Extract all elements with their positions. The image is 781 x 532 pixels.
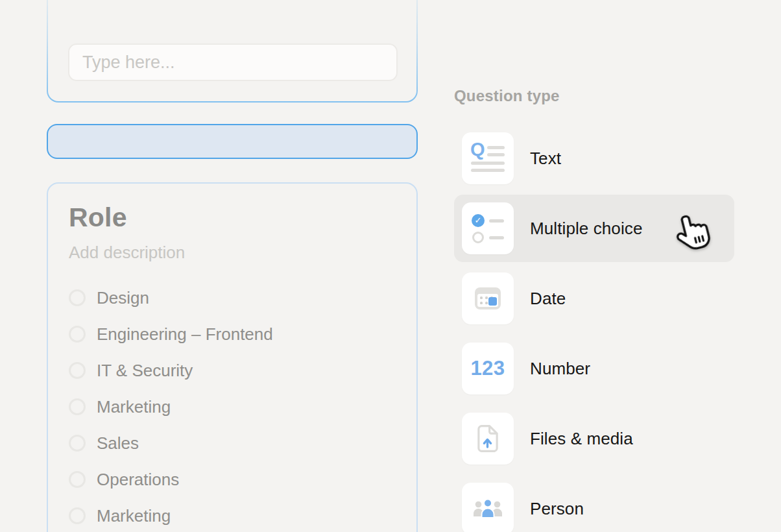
number-icon: 123 bbox=[462, 343, 514, 394]
option-label: Marketing bbox=[97, 506, 171, 526]
selected-empty-block[interactable] bbox=[47, 124, 418, 159]
answer-input[interactable] bbox=[68, 43, 398, 81]
menu-item-label: Number bbox=[530, 359, 590, 379]
radio-icon[interactable] bbox=[69, 362, 86, 379]
option-label: IT & Security bbox=[97, 361, 193, 381]
radio-icon[interactable] bbox=[69, 471, 86, 488]
question-type-menu-title: Question type bbox=[454, 87, 560, 105]
number-123-glyph: 123 bbox=[470, 357, 505, 380]
option-row[interactable]: Design bbox=[69, 280, 396, 316]
check-circle-icon: ✓ bbox=[472, 214, 485, 227]
option-row[interactable]: Marketing bbox=[69, 498, 396, 532]
radio-circle-icon bbox=[472, 232, 484, 243]
option-label: Design bbox=[97, 288, 149, 308]
menu-item-label: Text bbox=[530, 149, 561, 169]
menu-item-date[interactable]: Date bbox=[454, 265, 734, 332]
calendar-day-marker bbox=[488, 297, 497, 306]
menu-item-label: Files & media bbox=[530, 429, 633, 449]
option-row[interactable]: Operations bbox=[69, 461, 396, 498]
menu-item-person[interactable]: Person bbox=[454, 475, 734, 532]
option-row[interactable]: IT & Security bbox=[69, 352, 396, 389]
menu-item-label: Person bbox=[530, 499, 584, 519]
file-upload-icon bbox=[462, 413, 514, 465]
option-label: Marketing bbox=[97, 397, 171, 417]
multiple-choice-question-block[interactable]: Role Add description Design Engineering … bbox=[47, 182, 418, 532]
option-row[interactable]: Marketing bbox=[69, 389, 396, 425]
menu-item-number[interactable]: 123 Number bbox=[454, 335, 734, 402]
option-row[interactable]: Engineering – Frontend bbox=[69, 316, 396, 352]
option-label: Engineering – Frontend bbox=[97, 324, 273, 345]
radio-icon[interactable] bbox=[69, 326, 86, 343]
text-question-icon: Q bbox=[462, 132, 514, 184]
menu-item-multiple-choice[interactable]: ✓ Multiple choice bbox=[454, 195, 734, 262]
radio-icon[interactable] bbox=[69, 398, 86, 415]
radio-icon[interactable] bbox=[69, 435, 86, 452]
options-list: Design Engineering – Frontend IT & Secur… bbox=[69, 280, 396, 532]
radio-icon[interactable] bbox=[69, 289, 86, 306]
menu-item-label: Date bbox=[530, 289, 566, 309]
text-question-block[interactable] bbox=[47, 0, 418, 103]
option-row[interactable]: Sales bbox=[69, 425, 396, 461]
question-description-placeholder[interactable]: Add description bbox=[69, 243, 396, 262]
question-title[interactable]: Role bbox=[69, 202, 396, 232]
menu-item-text[interactable]: Q Text bbox=[454, 125, 734, 192]
person-icon bbox=[462, 483, 514, 532]
form-builder-screen: Role Add description Design Engineering … bbox=[0, 0, 781, 532]
multiple-choice-icon: ✓ bbox=[462, 202, 514, 254]
calendar-icon bbox=[462, 272, 514, 324]
option-label: Operations bbox=[97, 470, 179, 490]
question-type-menu: Q Text ✓ Multiple choice bbox=[454, 125, 734, 532]
option-label: Sales bbox=[97, 433, 139, 453]
q-letter: Q bbox=[470, 139, 485, 160]
menu-item-label: Multiple choice bbox=[530, 219, 642, 239]
menu-item-files-media[interactable]: Files & media bbox=[454, 405, 734, 472]
radio-icon[interactable] bbox=[69, 507, 86, 524]
